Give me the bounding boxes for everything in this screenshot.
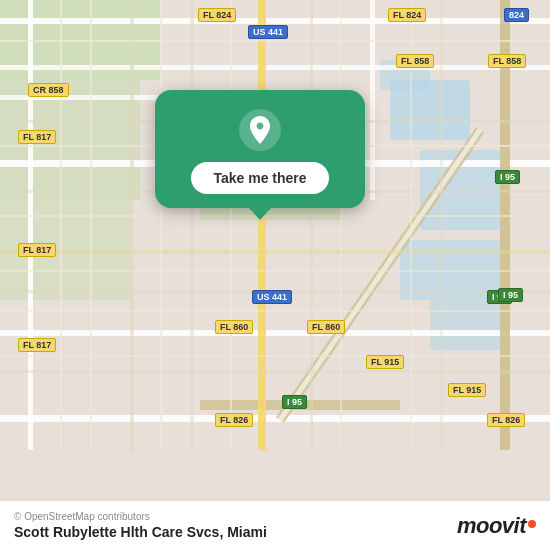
svg-rect-35: [230, 0, 232, 450]
label-fl915-w: FL 915: [366, 355, 404, 369]
label-fl817-w: FL 817: [18, 243, 56, 257]
svg-rect-38: [0, 40, 550, 42]
label-fl817-nw: FL 817: [18, 130, 56, 144]
label-i95-n: I 95: [495, 170, 520, 184]
svg-rect-34: [160, 0, 162, 450]
svg-rect-32: [60, 0, 62, 450]
svg-rect-17: [28, 0, 33, 450]
svg-rect-43: [0, 355, 550, 357]
svg-rect-11: [0, 65, 550, 70]
svg-rect-42: [0, 310, 550, 312]
label-fl826-e: FL 826: [487, 413, 525, 427]
svg-rect-36: [340, 0, 342, 450]
label-fl915-e: FL 915: [448, 383, 486, 397]
moovit-logo-dot: [528, 520, 536, 528]
svg-rect-18: [258, 0, 266, 450]
label-fl817-sw: FL 817: [18, 338, 56, 352]
label-i95-e: I 95: [498, 288, 523, 302]
label-fl860-w: FL 860: [215, 320, 253, 334]
label-fl858: FL 858: [396, 54, 434, 68]
svg-rect-25: [190, 0, 194, 450]
svg-rect-31: [0, 370, 550, 373]
moovit-logo: moovit: [457, 513, 536, 539]
svg-rect-40: [0, 215, 550, 217]
svg-rect-14: [0, 330, 550, 336]
label-fl858-ne: FL 858: [488, 54, 526, 68]
label-cr858: CR 858: [28, 83, 69, 97]
svg-rect-41: [0, 270, 550, 272]
svg-rect-10: [0, 18, 550, 24]
svg-rect-23: [0, 250, 550, 254]
svg-rect-33: [90, 0, 92, 450]
svg-rect-20: [370, 0, 375, 200]
place-name: Scott Rubylette Hlth Care Svcs, Miami: [14, 524, 267, 540]
take-me-there-button[interactable]: Take me there: [191, 162, 328, 194]
svg-rect-26: [310, 0, 313, 450]
map-container: FL 817 FL 817 FL 817 FL 824 FL 824 824 F…: [0, 0, 550, 550]
label-i95-sw: I 95: [282, 395, 307, 409]
label-us441-s: US 441: [252, 290, 292, 304]
label-us441-n: US 441: [248, 25, 288, 39]
popup-card: Take me there: [155, 90, 365, 208]
svg-rect-27: [440, 0, 443, 450]
label-824-e: 824: [504, 8, 529, 22]
label-fl824-ne: FL 824: [388, 8, 426, 22]
label-fl824-top: FL 824: [198, 8, 236, 22]
copyright-text: © OpenStreetMap contributors: [14, 511, 267, 522]
moovit-logo-text: moovit: [457, 513, 526, 539]
svg-rect-15: [0, 415, 550, 422]
bottom-left: © OpenStreetMap contributors Scott Rubyl…: [14, 511, 267, 540]
location-pin-icon: [238, 108, 282, 152]
label-fl826-w: FL 826: [215, 413, 253, 427]
svg-rect-24: [130, 0, 134, 450]
label-fl860-e: FL 860: [307, 320, 345, 334]
bottom-bar: © OpenStreetMap contributors Scott Rubyl…: [0, 500, 550, 550]
